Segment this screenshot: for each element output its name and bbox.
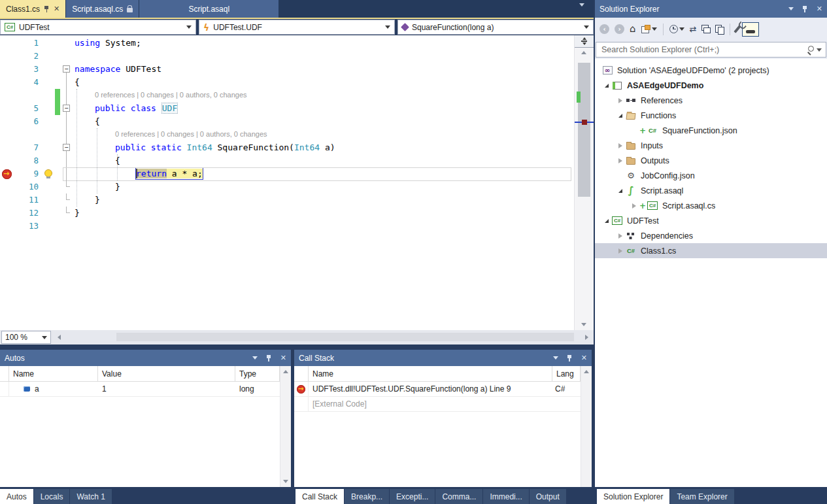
outlining-margin[interactable] — [60, 89, 73, 102]
chevron-down-icon[interactable] — [817, 48, 822, 52]
home-button[interactable]: ⌂ — [628, 22, 638, 37]
code-line-11[interactable]: 11} — [0, 193, 574, 207]
watch-tab-watch-1[interactable]: Watch 1 — [70, 489, 112, 504]
code-editor[interactable]: 1using System;23namespace UDFTest4{0 ref… — [0, 35, 594, 330]
scroll-left-icon[interactable] — [58, 335, 61, 340]
breakpoint-margin[interactable] — [0, 102, 13, 115]
callstack-frame[interactable]: UDFTest.dll!UDFTest.UDF.SquareFunction(l… — [294, 382, 581, 397]
code-line-7[interactable]: 7public static Int64 SquareFunction(Int6… — [0, 141, 574, 154]
outlining-margin[interactable] — [60, 50, 73, 63]
tree-item-functions[interactable]: Functions — [595, 108, 827, 123]
autos-scrollbar[interactable] — [280, 366, 291, 487]
outlining-margin[interactable] — [60, 102, 73, 115]
collapse-all-button[interactable] — [700, 22, 712, 37]
editor-splitter-handle[interactable] — [575, 35, 594, 48]
search-icon[interactable] — [807, 46, 815, 54]
collapse-box-icon[interactable] — [63, 65, 70, 73]
expander[interactable] — [615, 143, 625, 148]
lightbulb-icon[interactable] — [44, 169, 52, 179]
window-menu-chevron-icon[interactable] — [788, 7, 794, 10]
code-line-5[interactable]: 5public class UDF — [0, 102, 574, 115]
debug-tab-breakp[interactable]: Breakp... — [345, 489, 389, 504]
autos-row[interactable]: a1long — [0, 382, 280, 397]
callstack-frame[interactable]: [External Code] — [294, 397, 581, 412]
expander[interactable] — [615, 248, 625, 254]
pending-changes-filter-button[interactable] — [667, 22, 686, 37]
tree-item-script-asaql[interactable]: ∫Script.asaql — [595, 183, 827, 198]
scroll-up-icon[interactable] — [584, 370, 589, 373]
scroll-up-icon[interactable] — [283, 370, 288, 373]
debug-tab-output[interactable]: Output — [530, 489, 566, 504]
breakpoint-margin[interactable] — [0, 37, 13, 50]
outlining-margin[interactable] — [60, 63, 73, 76]
scroll-down-icon[interactable] — [283, 480, 288, 483]
close-icon[interactable]: ✕ — [54, 5, 59, 13]
tree-item-references[interactable]: References — [595, 93, 827, 108]
editor-vertical-scrollbar[interactable] — [574, 35, 594, 330]
codelens-row[interactable]: 0 references | 0 changes | 0 authors, 0 … — [0, 89, 574, 102]
scrollbar-thumb[interactable] — [116, 333, 574, 341]
code-line-13[interactable]: 13 — [0, 220, 574, 233]
column-header-value[interactable]: Value — [98, 366, 235, 381]
sync-with-active-document-button[interactable]: ⇄ — [688, 22, 699, 37]
pin-icon[interactable] — [266, 354, 272, 362]
tree-item-asaedgeudfdemo[interactable]: ASAEdgeUDFDemo — [595, 78, 827, 93]
tree-item-squarefunction-json[interactable]: +C#SquareFunction.json — [595, 123, 827, 138]
window-menu-chevron-icon[interactable] — [252, 356, 258, 360]
column-header-name[interactable]: Name — [309, 366, 552, 381]
debug-tab-immedi[interactable]: Immedi... — [483, 489, 528, 504]
outlining-margin[interactable] — [60, 128, 73, 141]
outlining-margin[interactable] — [60, 154, 73, 167]
pin-icon[interactable] — [567, 354, 573, 362]
code-area[interactable]: 1using System;23namespace UDFTest4{0 ref… — [0, 35, 574, 330]
breakpoint-margin[interactable] — [0, 50, 13, 63]
document-list-chevron-icon[interactable] — [579, 7, 584, 18]
tree-item-class1-cs[interactable]: C#Class1.cs — [595, 243, 827, 258]
code-line-6[interactable]: 6{ — [0, 115, 574, 128]
code-line-3[interactable]: 3namespace UDFTest — [0, 63, 574, 76]
tree-item-udftest[interactable]: C#UDFTest — [595, 213, 827, 228]
breakpoint-current-statement-icon[interactable] — [2, 169, 12, 179]
call-stack-title-bar[interactable]: Call Stack ✕ — [294, 350, 592, 366]
call-stack-scrollbar[interactable] — [581, 366, 592, 487]
close-icon[interactable]: ✕ — [280, 354, 286, 362]
expander[interactable] — [615, 189, 625, 193]
tree-item-inputs[interactable]: Inputs — [595, 138, 827, 153]
column-header-name[interactable]: Name — [9, 366, 98, 381]
codelens-row[interactable]: 0 references | 0 changes | 0 authors, 0 … — [0, 128, 574, 141]
outlining-margin[interactable] — [60, 141, 73, 154]
properties-pages-button[interactable] — [713, 22, 726, 37]
breakpoint-margin[interactable] — [0, 141, 13, 154]
breakpoint-margin[interactable] — [0, 207, 13, 220]
outlining-margin[interactable] — [60, 180, 73, 193]
type-dropdown[interactable]: ϟ UDFTest.UDF — [199, 20, 395, 35]
breakpoint-margin[interactable] — [0, 167, 13, 180]
solution-search-input[interactable] — [600, 44, 807, 55]
scroll-down-icon[interactable] — [581, 323, 586, 326]
column-header-lang[interactable]: Lang — [552, 366, 581, 381]
breakpoint-margin[interactable] — [0, 76, 13, 89]
outlining-margin[interactable] — [60, 115, 73, 128]
solution-explorer-title-bar[interactable]: Solution Explorer ✕ — [595, 0, 827, 18]
expander[interactable] — [629, 203, 639, 209]
expander[interactable] — [615, 233, 625, 239]
window-menu-chevron-icon[interactable] — [553, 356, 558, 360]
expander[interactable] — [615, 98, 625, 103]
editor-horizontal-scrollbar[interactable] — [52, 330, 594, 344]
tree-item-dependencies[interactable]: Dependencies — [595, 228, 827, 243]
breakpoint-margin[interactable] — [0, 220, 13, 233]
debug-tab-excepti[interactable]: Excepti... — [390, 489, 435, 504]
member-dropdown[interactable]: SquareFunction(long a) — [397, 20, 594, 35]
code-line-12[interactable]: 12} — [0, 207, 574, 220]
column-header-type[interactable]: Type — [235, 366, 280, 381]
tree-item-script-asaql-cs[interactable]: +C#Script.asaql.cs — [595, 198, 827, 213]
code-line-9[interactable]: 9return a * a; — [0, 167, 574, 180]
breakpoint-margin[interactable] — [0, 115, 13, 128]
expander[interactable] — [601, 84, 611, 88]
code-line-4[interactable]: 4{ — [0, 76, 574, 89]
back-button[interactable]: ‹ — [598, 22, 611, 37]
explorer-tab-solution-explorer[interactable]: Solution Explorer — [597, 489, 669, 504]
outlining-margin[interactable] — [60, 76, 73, 89]
editor-tab-script-asaql-cs[interactable]: Script.asaql.cs — [66, 0, 139, 18]
tree-item-solution-asaedgeudfdemo-2-projects[interactable]: ∞Solution 'ASAEdgeUDFDemo' (2 projects) — [595, 63, 827, 78]
